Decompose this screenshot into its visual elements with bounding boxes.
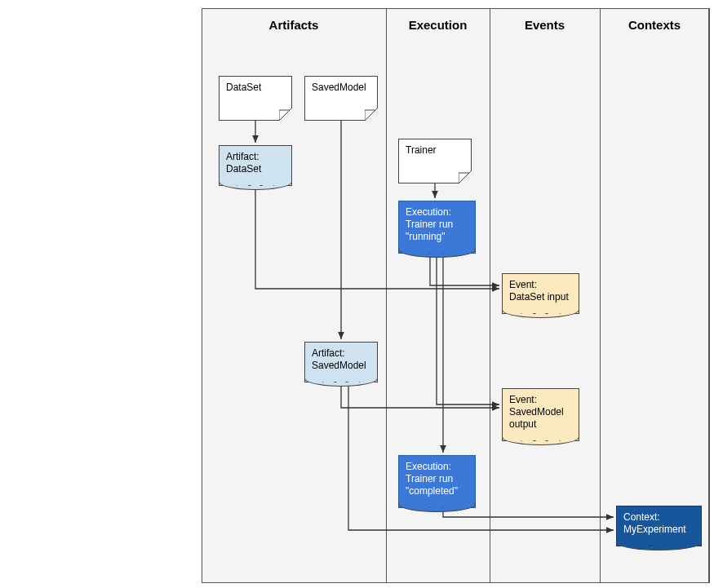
tag-artifact-dataset-text: Artifact: DataSet bbox=[226, 151, 261, 175]
tag-event-dataset-input: Event: DataSet input bbox=[502, 273, 579, 314]
col-header-contexts: Contexts bbox=[600, 18, 709, 32]
tag-exec-running-text: Execution: Trainer run "running" bbox=[406, 206, 453, 242]
tag-artifact-savedmodel: Artifact: SavedModel bbox=[304, 342, 378, 382]
doc-savedmodel-label: SavedModel bbox=[305, 77, 377, 98]
col-header-artifacts: Artifacts bbox=[202, 18, 386, 32]
tag-artifact-dataset: Artifact: DataSet bbox=[219, 145, 292, 186]
diagram-canvas: Artifacts Execution Events Contexts Data bbox=[0, 0, 714, 588]
tag-event-savedmodel-output-text: Event: SavedModel output bbox=[509, 394, 564, 430]
tag-context-myexperiment-text: Context: MyExperiment bbox=[623, 511, 686, 535]
tag-context-myexperiment: Context: MyExperiment bbox=[616, 506, 702, 546]
tag-exec-running: Execution: Trainer run "running" bbox=[398, 201, 476, 254]
doc-dataset-label: DataSet bbox=[220, 77, 291, 98]
col-divider bbox=[709, 8, 710, 583]
tag-exec-completed: Execution: Trainer run "completed" bbox=[398, 455, 476, 508]
tag-artifact-savedmodel-text: Artifact: SavedModel bbox=[312, 347, 366, 371]
col-divider bbox=[490, 8, 490, 583]
col-header-events: Events bbox=[490, 18, 600, 32]
tag-event-dataset-input-text: Event: DataSet input bbox=[509, 279, 569, 303]
doc-trainer: Trainer bbox=[398, 139, 472, 183]
col-divider bbox=[386, 8, 387, 583]
col-header-execution: Execution bbox=[386, 18, 490, 32]
doc-dataset: DataSet bbox=[219, 76, 292, 121]
col-divider bbox=[202, 8, 202, 583]
col-divider bbox=[600, 8, 601, 583]
doc-trainer-label: Trainer bbox=[399, 139, 471, 161]
doc-savedmodel: SavedModel bbox=[304, 76, 378, 121]
tag-exec-completed-text: Execution: Trainer run "completed" bbox=[406, 461, 458, 497]
tag-event-savedmodel-output: Event: SavedModel output bbox=[502, 388, 579, 441]
